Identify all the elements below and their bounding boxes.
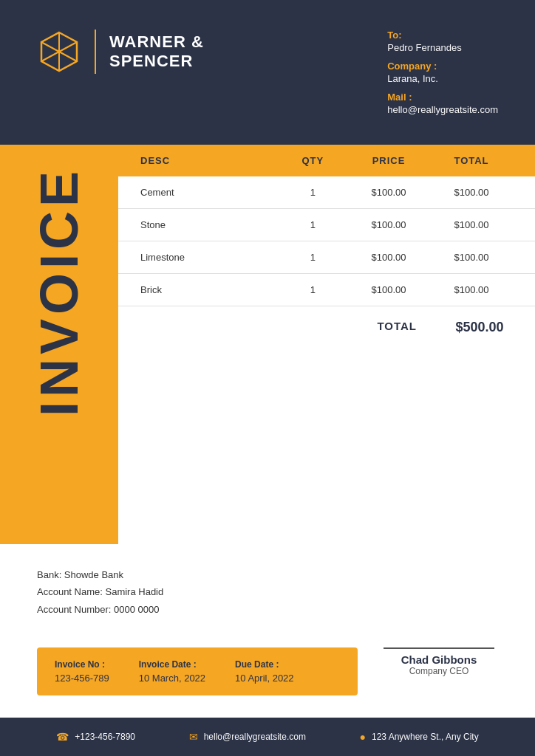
cell-qty: 1 xyxy=(279,219,347,230)
invoice-page: WARNER & SPENCER To: Pedro Fernandes Com… xyxy=(0,0,535,756)
company-name: WARNER & SPENCER xyxy=(109,32,204,72)
total-label: TOTAL xyxy=(377,320,417,335)
cell-price: $100.00 xyxy=(347,187,430,198)
footer-email: ✉ hello@reallygreatsite.com xyxy=(189,731,306,743)
total-value: $500.00 xyxy=(446,320,513,335)
signatory-name: Chad Gibbons xyxy=(401,653,477,666)
cell-price: $100.00 xyxy=(347,284,430,295)
table-row: Limestone 1 $100.00 $100.00 xyxy=(118,241,535,274)
meta-due-date: Due Date : 10 April, 2022 xyxy=(235,659,294,684)
mail-label: Mail : xyxy=(387,92,498,103)
cell-desc: Cement xyxy=(140,187,279,198)
footer: ☎ +123-456-7890 ✉ hello@reallygreatsite.… xyxy=(0,718,535,756)
col-desc: DESC xyxy=(140,155,279,166)
cell-price: $100.00 xyxy=(347,219,430,230)
table-row: Brick 1 $100.00 $100.00 xyxy=(118,274,535,306)
table-row: Stone 1 $100.00 $100.00 xyxy=(118,209,535,241)
invoice-heading: INVOICE xyxy=(33,167,86,416)
table-header: DESC QTY PRICE TOTAL xyxy=(118,145,535,176)
signature-line xyxy=(384,647,494,649)
cell-total: $100.00 xyxy=(430,284,513,295)
header: WARNER & SPENCER To: Pedro Fernandes Com… xyxy=(0,0,535,145)
meta-signature-row: Invoice No : 123-456-789 Invoice Date : … xyxy=(0,633,535,718)
cell-total: $100.00 xyxy=(430,252,513,263)
account-name-line: Account Name: Samira Hadid xyxy=(37,583,498,600)
company-label: Company : xyxy=(387,61,498,72)
col-total: TOTAL xyxy=(430,155,513,166)
phone-icon: ☎ xyxy=(56,731,69,743)
bank-line: Bank: Showde Bank xyxy=(37,566,498,583)
header-right: To: Pedro Fernandes Company : Larana, In… xyxy=(387,30,498,115)
location-icon: ● xyxy=(359,731,365,743)
signatory-title: Company CEO xyxy=(409,666,469,676)
company-name-value: Larana, Inc. xyxy=(387,73,498,84)
cell-desc: Limestone xyxy=(140,252,279,263)
col-qty: QTY xyxy=(279,155,347,166)
cell-total: $100.00 xyxy=(430,187,513,198)
invoice-meta-box: Invoice No : 123-456-789 Invoice Date : … xyxy=(37,647,358,695)
total-row: TOTAL $500.00 xyxy=(118,306,535,348)
recipient-name: Pedro Fernandes xyxy=(387,42,498,53)
bank-section: Bank: Showde Bank Account Name: Samira H… xyxy=(0,544,535,633)
logo-area: WARNER & SPENCER xyxy=(37,30,204,74)
logo-divider xyxy=(95,30,96,74)
cell-total: $100.00 xyxy=(430,219,513,230)
mail-value: hello@reallygreatsite.com xyxy=(387,104,498,115)
meta-invoice-date: Invoice Date : 10 March, 2022 xyxy=(139,659,205,684)
signature-area: Chad Gibbons Company CEO xyxy=(380,647,498,676)
cell-desc: Brick xyxy=(140,284,279,295)
cell-qty: 1 xyxy=(279,284,347,295)
invoice-section: INVOICE DESC QTY PRICE TOTAL Cement 1 $1… xyxy=(0,145,535,544)
cell-price: $100.00 xyxy=(347,252,430,263)
footer-phone: ☎ +123-456-7890 xyxy=(56,731,135,743)
table-rows: Cement 1 $100.00 $100.00 Stone 1 $100.00… xyxy=(118,176,535,306)
meta-invoice-no: Invoice No : 123-456-789 xyxy=(55,659,109,684)
col-price: PRICE xyxy=(347,155,430,166)
email-icon: ✉ xyxy=(189,731,198,743)
invoice-sidebar: INVOICE xyxy=(0,145,118,544)
footer-phone-text: +123-456-7890 xyxy=(75,732,135,742)
footer-address-text: 123 Anywhere St., Any City xyxy=(372,732,479,742)
cell-desc: Stone xyxy=(140,219,279,230)
footer-address: ● 123 Anywhere St., Any City xyxy=(359,731,478,743)
invoice-table-area: DESC QTY PRICE TOTAL Cement 1 $100.00 $1… xyxy=(118,145,535,544)
to-label: To: xyxy=(387,30,498,41)
table-row: Cement 1 $100.00 $100.00 xyxy=(118,176,535,209)
cell-qty: 1 xyxy=(279,252,347,263)
logo-icon xyxy=(37,30,81,74)
cell-qty: 1 xyxy=(279,187,347,198)
account-number-line: Account Number: 0000 0000 xyxy=(37,601,498,618)
footer-email-text: hello@reallygreatsite.com xyxy=(204,732,306,742)
